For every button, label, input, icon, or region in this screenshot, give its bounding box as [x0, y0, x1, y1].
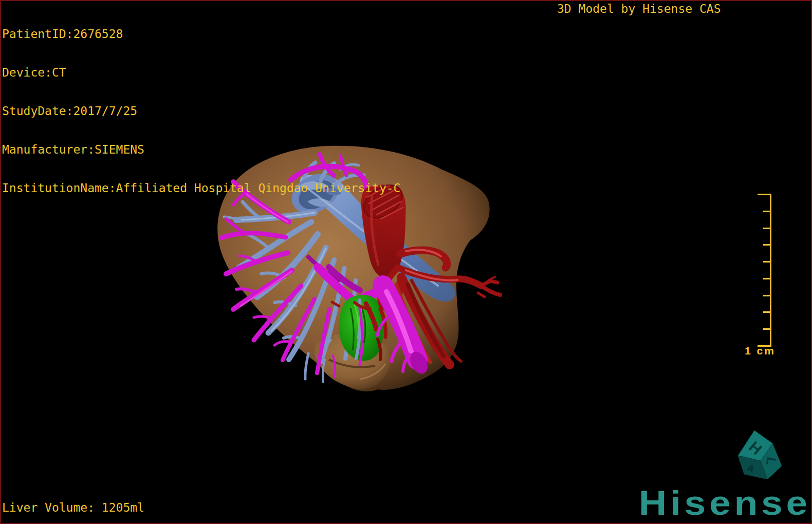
dicom-metadata: PatientID:2676528 Device:CT StudyDate:20… — [2, 2, 400, 220]
scale-tick — [763, 261, 771, 263]
study-date-line: StudyDate:2017/7/25 — [2, 105, 400, 118]
scale-tick — [763, 278, 771, 279]
scale-label: 1 cm — [745, 345, 776, 357]
manufacturer-line: Manufacturer:SIEMENS — [2, 143, 400, 156]
scale-ruler — [757, 194, 771, 347]
scale-tick — [763, 211, 771, 212]
scale-tick — [758, 194, 771, 195]
patient-id-line: PatientID:2676528 — [2, 28, 400, 41]
viewer-screen: PatientID:2676528 Device:CT StudyDate:20… — [0, 0, 812, 524]
scale-tick — [763, 228, 771, 229]
hisense-wordmark: Hisense — [639, 483, 811, 522]
watermark-title: 3D Model by Hisense CAS — [557, 3, 721, 15]
scale-tick — [763, 328, 771, 330]
hisense-cube-logo: H L A — [734, 427, 785, 483]
scale-ruler-rail — [770, 194, 771, 347]
institution-line: InstitutionName:Affiliated Hospital Qing… — [2, 182, 400, 195]
scale-tick — [763, 311, 771, 313]
scale-tick — [763, 295, 771, 296]
scale-tick — [763, 244, 771, 246]
liver-volume-readout: Liver Volume: 1205ml — [2, 501, 144, 514]
device-line: Device:CT — [2, 66, 400, 79]
